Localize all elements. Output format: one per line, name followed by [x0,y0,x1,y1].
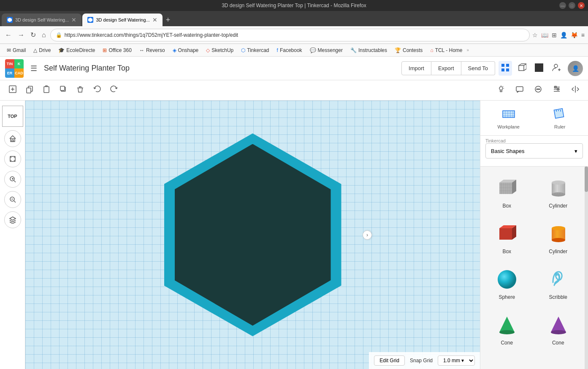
bookmark-tinkercad[interactable]: ⬡ Tinkercad [238,46,272,55]
delete-button[interactable] [73,82,88,99]
svg-point-25 [499,87,503,90]
tinkercad-icon: ⬡ [241,47,245,53]
light-bulb-button[interactable] [493,82,509,99]
tab-close-2[interactable]: ✕ [152,16,157,23]
shape-item-cylinder-orange[interactable]: Cylinder [535,217,582,258]
ruler-button[interactable]: Ruler [535,104,585,132]
bookmark-gmail[interactable]: ✉ Gmail [3,46,29,55]
bookmark-drive-label: Drive [39,47,51,53]
svg-point-93 [551,330,566,334]
bookmark-messenger[interactable]: 💬 Messenger [306,46,346,55]
bookmark-instructables[interactable]: 🔧 Instructables [347,46,390,55]
align-button[interactable] [549,82,564,99]
title-bar: 3D design Self Watering Planter Top | Ti… [0,0,588,11]
profile-button[interactable]: 👤 [560,32,567,38]
firefox-account-button[interactable]: 🦊 [571,32,578,38]
facebook-icon: f [277,47,278,53]
top-view-thumbnail[interactable]: TOP [2,106,23,127]
svg-marker-92 [551,317,566,332]
canvas-area[interactable]: › Edit Grid Snap Grid 1.0 mm ▾ 0.5 mm 2.… [25,101,480,369]
shape-item-cone-purple[interactable]: Cone [535,309,582,349]
close-button[interactable]: ✕ [578,2,585,9]
shape-item-box-gray[interactable]: Box [484,172,530,212]
dark-theme-button[interactable] [532,61,546,76]
svg-point-32 [538,89,539,90]
shape-item-sphere-teal[interactable]: Sphere [484,263,530,303]
fit-view-button[interactable] [4,150,21,167]
bookmark-reverso[interactable]: ↔ Reverso [136,46,168,55]
forward-button[interactable]: → [16,30,26,41]
copy-button[interactable] [22,82,37,99]
address-input[interactable]: 🔒 https://www.tinkercad.com/things/1q7D5… [50,29,530,41]
bookmark-star-button[interactable]: ☆ [532,32,538,38]
add-user-button[interactable] [549,60,564,77]
split-view-button[interactable]: ⊞ [552,32,557,38]
bookmark-drive[interactable]: △ Drive [30,46,54,55]
tab-bar: 3D design Self Watering... ✕ 3D design S… [0,11,588,26]
tinkercad-category-label: Tinkercad [485,138,583,143]
snap-grid-select[interactable]: 1.0 mm ▾ 0.5 mm 2.0 mm [438,355,475,366]
home-button[interactable]: ⌂ [40,30,48,41]
export-button[interactable]: Export [431,61,461,75]
snap-grid-label: Snap Grid [410,358,433,364]
svg-marker-84 [499,228,512,240]
basic-shapes-selector[interactable]: Basic Shapes ▾ [485,143,583,159]
svg-rect-6 [519,66,524,71]
tinkercad-logo[interactable]: TIN K ER CAD [5,59,24,78]
new-tab-button[interactable]: + [163,14,174,26]
logo-cell-tin: TIN [5,59,14,68]
home-view-button[interactable] [4,130,21,147]
toolbar-right-icons [493,82,583,99]
user-avatar[interactable]: 👤 [568,61,583,76]
grid-view-button[interactable] [499,61,512,76]
edit-grid-button[interactable]: Edit Grid [374,355,405,366]
extensions-button[interactable]: ≡ [581,32,585,38]
hamburger-menu-button[interactable]: ☰ [29,62,39,75]
svg-rect-12 [535,63,543,72]
bookmark-facebook[interactable]: f Facebook [274,46,306,55]
bookmarks-overflow-button[interactable]: » [467,48,469,52]
panel-scrollbar-thumb[interactable] [585,167,588,192]
shape-name-box-red: Box [502,249,511,254]
shape-item-box-red[interactable]: Box [484,217,530,258]
shape-item-cylinder-gray[interactable]: Cylinder [535,172,582,212]
zoom-in-button[interactable] [4,171,21,188]
bookmark-tcl[interactable]: ⌂ TCL - Home [427,46,466,55]
undo-button[interactable] [89,82,105,99]
svg-line-27 [503,86,503,87]
reading-mode-button[interactable]: 📖 [541,32,548,38]
circle-button[interactable] [531,82,546,99]
bookmark-onshape-label: Onshape [178,47,199,53]
svg-rect-3 [506,64,509,67]
import-button[interactable]: Import [401,61,431,75]
bookmark-contests[interactable]: 🏆 Contests [391,46,426,55]
maximize-button[interactable]: □ [569,2,575,9]
shape-item-scribble[interactable]: Scribble [535,263,582,303]
send-to-button[interactable]: Send To [461,61,495,75]
bookmark-sketchup[interactable]: ◇ SketchUp [203,46,237,55]
tab-title-1: 3D design Self Watering... [15,17,69,22]
paste-button[interactable] [39,82,54,99]
tab-2[interactable]: 3D design Self Watering... ✕ [82,14,162,26]
bookmark-ecoledirecte[interactable]: 🎓 EcoleDirecte [55,46,98,55]
duplicate-button[interactable] [56,82,71,99]
reload-button[interactable]: ↻ [29,29,38,41]
minimize-button[interactable]: — [559,2,566,9]
bookmarks-bar: ✉ Gmail △ Drive 🎓 EcoleDirecte ⊞ Office … [0,44,588,57]
bookmark-office360[interactable]: ⊞ Office 360 [99,46,135,55]
panel-collapse-handle[interactable]: › [363,230,372,240]
comment-button[interactable] [512,82,527,99]
back-button[interactable]: ← [3,30,14,41]
redo-button[interactable] [106,82,122,99]
tab-close-1[interactable]: ✕ [71,16,76,23]
panel-scrollbar-track[interactable] [585,167,588,369]
mirror-button[interactable] [568,82,583,99]
new-button[interactable] [5,82,20,99]
tab-1[interactable]: 3D design Self Watering... ✕ [2,14,81,26]
layers-button[interactable] [4,211,21,228]
workplane-button[interactable]: Workplane [484,104,534,132]
zoom-out-button[interactable] [4,191,21,208]
3d-view-button[interactable] [515,61,529,76]
bookmark-onshape[interactable]: ◈ Onshape [169,46,202,55]
shape-item-cone-green[interactable]: Cone [484,309,530,349]
